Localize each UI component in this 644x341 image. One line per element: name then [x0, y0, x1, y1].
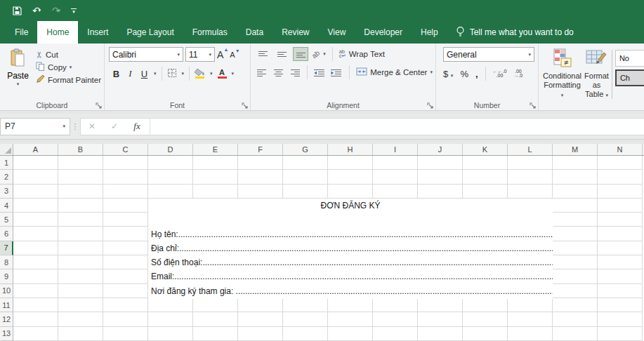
orientation-icon[interactable]: ab — [310, 48, 322, 60]
cell-C8[interactable] — [103, 255, 148, 269]
tab-home[interactable]: Home — [37, 21, 78, 44]
fill-color-dropdown-icon[interactable]: ▾ — [210, 71, 213, 76]
align-right-button[interactable] — [289, 65, 302, 79]
cell-C1[interactable] — [103, 156, 148, 170]
tab-review[interactable]: Review — [272, 21, 318, 44]
cell-G2[interactable] — [283, 170, 328, 184]
tab-developer[interactable]: Developer — [355, 21, 412, 44]
format-painter-button[interactable]: Format Painter — [36, 74, 101, 85]
bottom-align-button[interactable] — [293, 47, 308, 61]
cell-B1[interactable] — [58, 156, 103, 170]
cell-M5[interactable] — [553, 213, 598, 227]
cell-F12[interactable] — [238, 312, 283, 326]
bold-button[interactable]: B — [112, 69, 121, 79]
cell-K2[interactable] — [463, 170, 508, 184]
cell-E11[interactable] — [193, 298, 238, 312]
row-header-3[interactable]: 3 — [0, 185, 13, 199]
cell-B10[interactable] — [58, 284, 103, 298]
align-left-button[interactable] — [255, 65, 268, 79]
tab-file[interactable]: File — [6, 21, 37, 44]
cell-B9[interactable] — [58, 269, 103, 283]
alignment-dialog-launcher-icon[interactable] — [427, 102, 434, 109]
cell-H11[interactable] — [328, 298, 373, 312]
cell-A5[interactable] — [13, 213, 58, 227]
tab-help[interactable]: Help — [412, 21, 447, 44]
cell-M4[interactable] — [553, 199, 598, 213]
orientation-dropdown-icon[interactable]: ▾ — [323, 51, 326, 57]
cell-N4[interactable] — [598, 199, 643, 213]
cancel-icon[interactable]: ✕ — [81, 121, 103, 131]
cell-D12[interactable] — [148, 312, 193, 326]
cell-E3[interactable] — [193, 185, 238, 199]
cell-L2[interactable] — [508, 170, 553, 184]
italic-button[interactable]: I — [126, 68, 135, 79]
cell-K3[interactable] — [463, 185, 508, 199]
cell-M1[interactable] — [553, 156, 598, 170]
cell-style-item[interactable]: No — [615, 50, 644, 67]
cell-L13[interactable] — [508, 327, 553, 341]
font-dialog-launcher-icon[interactable] — [242, 102, 249, 109]
cell-N5[interactable] — [598, 213, 643, 227]
cell-C13[interactable] — [103, 327, 148, 341]
undo-icon[interactable]: ↶▾ — [28, 3, 45, 18]
cell-D13[interactable] — [148, 327, 193, 341]
formula-input[interactable] — [152, 119, 644, 135]
cell-G11[interactable] — [283, 298, 328, 312]
row-header-8[interactable]: 8 — [0, 255, 13, 269]
cell-D2[interactable] — [148, 170, 193, 184]
cell-B6[interactable] — [58, 227, 103, 241]
form-title[interactable]: ĐƠN ĐĂNG KÝ — [148, 199, 553, 213]
cell-H1[interactable] — [328, 156, 373, 170]
tab-data[interactable]: Data — [237, 21, 272, 44]
name-box[interactable]: P7 ▾ — [0, 118, 70, 135]
cell-N2[interactable] — [598, 170, 643, 184]
cell-C2[interactable] — [103, 170, 148, 184]
underline-button[interactable]: U — [140, 69, 149, 79]
cell-G1[interactable] — [283, 156, 328, 170]
decrease-font-size-button[interactable]: A▼ — [230, 51, 239, 59]
cell-M8[interactable] — [553, 255, 598, 269]
tab-insert[interactable]: Insert — [78, 21, 117, 44]
row-header-12[interactable]: 12 — [0, 312, 13, 326]
column-header-L[interactable]: L — [508, 144, 553, 155]
row-header-5[interactable]: 5 — [0, 213, 13, 227]
enter-icon[interactable]: ✓ — [103, 121, 126, 131]
cell-M13[interactable] — [553, 327, 598, 341]
cell-F1[interactable] — [238, 156, 283, 170]
cell-B5[interactable] — [58, 213, 103, 227]
font-name-combo[interactable]: Calibri▾ — [109, 47, 183, 62]
cell-E1[interactable] — [193, 156, 238, 170]
number-dialog-launcher-icon[interactable] — [530, 102, 537, 109]
cell-style-item[interactable]: Ch — [615, 69, 644, 86]
cell-M11[interactable] — [553, 298, 598, 312]
cell-I3[interactable] — [373, 185, 418, 199]
cell-A7[interactable] — [13, 241, 58, 255]
tab-page-layout[interactable]: Page Layout — [117, 21, 183, 44]
cell-N13[interactable] — [598, 327, 643, 341]
cell-I2[interactable] — [373, 170, 418, 184]
format-as-table-button[interactable]: Format asTable ▾ — [584, 47, 609, 99]
cell-A10[interactable] — [13, 284, 58, 298]
form-line-2[interactable]: Địa chỉ:................................… — [148, 241, 553, 255]
cell-B4[interactable] — [58, 199, 103, 213]
cell-K12[interactable] — [463, 312, 508, 326]
font-color-button[interactable]: A — [218, 69, 227, 79]
accounting-format-button[interactable]: $ ▾ — [443, 69, 453, 79]
cell-A3[interactable] — [13, 185, 58, 199]
cell-N7[interactable] — [598, 241, 643, 255]
cell-J2[interactable] — [418, 170, 463, 184]
form-line-5[interactable]: Nơi đăng ký tham gia: ..................… — [148, 284, 553, 298]
cell-F3[interactable] — [238, 185, 283, 199]
cell-J1[interactable] — [418, 156, 463, 170]
cell-A2[interactable] — [13, 170, 58, 184]
cell-J11[interactable] — [418, 298, 463, 312]
column-header-B[interactable]: B — [58, 144, 103, 155]
cell-I13[interactable] — [373, 327, 418, 341]
cell-N10[interactable] — [598, 284, 643, 298]
cell-D3[interactable] — [148, 185, 193, 199]
cell-N1[interactable] — [598, 156, 643, 170]
font-size-combo[interactable]: 11▾ — [185, 47, 215, 62]
cell-K13[interactable] — [463, 327, 508, 341]
cell-B8[interactable] — [58, 255, 103, 269]
cell-I1[interactable] — [373, 156, 418, 170]
